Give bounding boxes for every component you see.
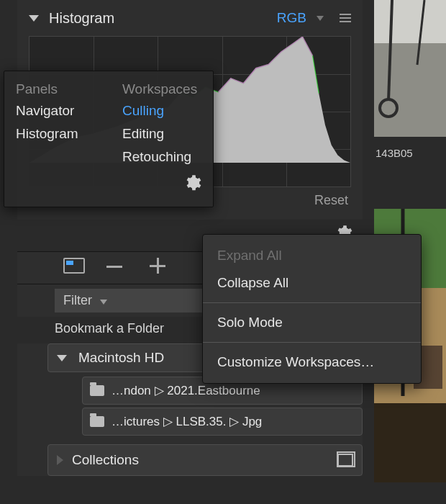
panels-header: Panels: [16, 81, 122, 97]
menu-item-collapse-all[interactable]: Collapse All: [203, 269, 421, 297]
svg-rect-1: [374, 0, 446, 43]
workspace-option-editing[interactable]: Editing: [122, 125, 191, 143]
folder-focus-icon[interactable]: [63, 258, 86, 276]
filter-field[interactable]: Filter: [55, 289, 206, 312]
folder-path: …ndon ▷ 2021.Eastbourne: [112, 383, 260, 398]
context-menu: Expand All Collapse All Solo Mode Custom…: [202, 234, 422, 384]
thumbnail-label: 143B05: [374, 144, 446, 162]
collections-row[interactable]: Collections: [47, 444, 363, 476]
panels-column: Navigator Histogram: [16, 102, 122, 166]
menu-item-expand-all: Expand All: [203, 242, 421, 269]
svg-rect-7: [374, 403, 446, 482]
workspace-option-retouching[interactable]: Retouching: [122, 148, 191, 166]
panels-workspaces-popup: Panels Workspaces Navigator Histogram Cu…: [4, 71, 214, 207]
collections-label: Collections: [72, 452, 139, 468]
thumbnail[interactable]: [374, 0, 446, 137]
panel-title: Histogram: [49, 10, 114, 27]
menu-item-customize-workspaces[interactable]: Customize Workspaces…: [203, 348, 421, 376]
filter-label: Filter: [63, 293, 92, 307]
histogram-header: Histogram RGB: [29, 0, 351, 36]
menu-separator: [203, 342, 421, 343]
disclosure-down-icon[interactable]: [29, 15, 39, 22]
panel-option-histogram[interactable]: Histogram: [16, 125, 122, 143]
workspace-option-culling[interactable]: Culling: [122, 102, 191, 120]
gear-icon[interactable]: [183, 174, 201, 192]
disclosure-down-icon: [57, 355, 67, 361]
chevron-down-icon: [100, 300, 107, 305]
folder-icon: [90, 416, 104, 427]
workspaces-header: Workspaces: [122, 81, 197, 97]
channel-select[interactable]: RGB: [277, 10, 306, 26]
panel-menu-icon[interactable]: [340, 14, 351, 22]
disclosure-right-icon: [57, 455, 63, 465]
add-icon[interactable]: [150, 258, 173, 276]
stack-icon[interactable]: [337, 454, 353, 467]
remove-icon[interactable]: [106, 258, 129, 276]
workspaces-column: Culling Editing Retouching: [122, 102, 191, 166]
panel-option-navigator[interactable]: Navigator: [16, 102, 122, 120]
chevron-down-icon[interactable]: [317, 16, 324, 21]
folder-icon: [90, 385, 104, 396]
volume-label: Macintosh HD: [78, 350, 164, 366]
folder-path: …ictures ▷ LLSB.35. ▷ Jpg: [112, 414, 262, 429]
menu-item-solo-mode[interactable]: Solo Mode: [203, 309, 421, 336]
folder-row[interactable]: …ictures ▷ LLSB.35. ▷ Jpg: [82, 408, 363, 436]
menu-separator: [203, 302, 421, 303]
